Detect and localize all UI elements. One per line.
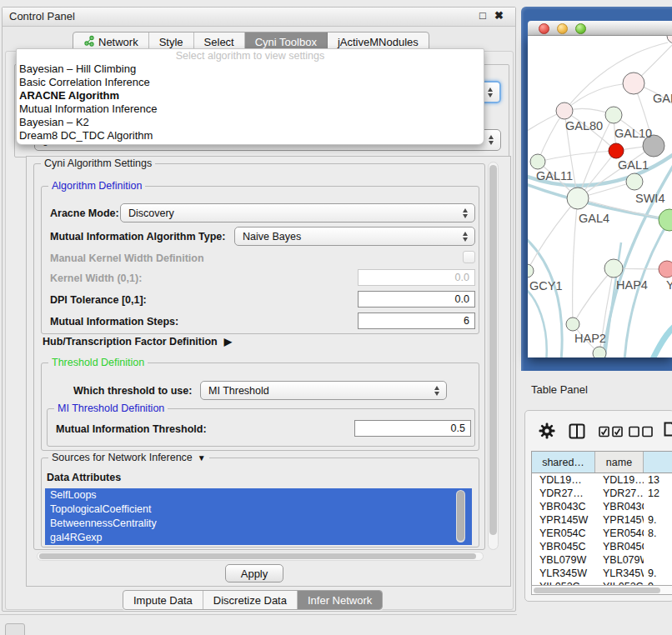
columns-icon[interactable] (569, 423, 585, 442)
list-item-gal4rgexp[interactable]: gal4RGexp (45, 531, 472, 545)
node-label-gal-partial: GAL (653, 92, 672, 105)
aracne-mode-label: Aracne Mode: (50, 208, 119, 219)
aracne-mode-combobox[interactable]: Discovery (120, 203, 475, 222)
combo-arrows-icon (488, 88, 494, 98)
dropdown-item-bayesian-hill-climbing[interactable]: Bayesian – Hill Climbing (17, 62, 484, 76)
select-all-checkboxes-icon[interactable] (599, 426, 624, 441)
table-header-row: shared… name (532, 452, 672, 473)
table-row[interactable]: YDL19… YDL19… 13 (532, 473, 672, 487)
tab-network-label: Network (98, 36, 138, 48)
scrollbar-thumb[interactable] (489, 165, 497, 535)
mi-steps-field[interactable]: 6 (358, 312, 475, 329)
node-label-gal1: GAL1 (618, 158, 649, 172)
mi-steps-label: Mutual Information Steps: (50, 316, 178, 328)
table-row[interactable]: YBR043C YBR043C (532, 500, 672, 513)
tab-impute-data[interactable]: Impute Data (123, 591, 203, 609)
which-threshold-combobox[interactable]: MI Threshold (200, 381, 447, 400)
sources-legend[interactable]: Sources for Network Inference▼ (48, 452, 209, 463)
dropdown-item-bayesian-k2[interactable]: Bayesian – K2 (17, 116, 484, 129)
settings-scroll-container: Cyni Algorithm Settings Algorithm Defini… (26, 156, 511, 587)
expand-down-icon[interactable]: ▼ (198, 453, 206, 462)
mi-threshold-field[interactable]: 0.5 (354, 420, 471, 437)
tab-infer-network[interactable]: Infer Network (298, 591, 382, 609)
manual-kernel-width-checkbox[interactable] (463, 251, 475, 263)
node-label-gal4: GAL4 (579, 212, 609, 225)
mi-algorithm-type-label: Mutual Information Algorithm Type: (50, 231, 225, 242)
settings-vertical-scrollbar[interactable] (488, 162, 499, 550)
table-row[interactable]: YPR145W YPR145W 9. (532, 513, 672, 527)
node-gal80[interactable] (556, 102, 573, 119)
node-table[interactable]: shared… name YDL19… YDL19… 13 YDR27… YDR… (531, 451, 672, 585)
dropdown-item-dream8[interactable]: Dream8 DC_TDC Algorithm (17, 129, 484, 142)
scrollbar-thumb[interactable] (39, 553, 476, 559)
network-canvas[interactable]: GAL80 GAL10 GAL1 GAL11 SWI4 GAL4 GCY1 HA… (528, 36, 672, 358)
column-header-shared-name[interactable]: shared… (532, 452, 595, 472)
scrollbar-thumb[interactable] (534, 588, 660, 593)
column-header-partial[interactable] (644, 452, 672, 472)
dropdown-item-aracne[interactable]: ARACNE Algorithm (17, 89, 484, 102)
float-window-icon[interactable]: □ (479, 9, 486, 22)
combo-arrows-icon (489, 135, 494, 145)
mi-threshold-label: Mutual Information Threshold: (56, 423, 207, 435)
combo-arrows-icon (434, 386, 440, 396)
attribute-list-scrollbar[interactable] (456, 490, 465, 542)
dpi-tolerance-field[interactable]: 0.0 (358, 291, 475, 308)
new-table-icon[interactable] (664, 422, 672, 440)
cyni-algorithm-settings-group: Cyni Algorithm Settings Algorithm Defini… (33, 163, 485, 550)
sources-group: Sources for Network Inference▼ Data Attr… (41, 458, 479, 548)
apply-button[interactable]: Apply (225, 564, 283, 582)
algorithm-dropdown-list: Select algorithm to view settings Bayesi… (16, 48, 484, 145)
node-swi4[interactable] (626, 173, 643, 190)
close-traffic-light-icon[interactable] (539, 23, 549, 34)
gear-icon[interactable] (539, 422, 555, 442)
table-row[interactable]: YBL079W YBL079W (532, 553, 672, 567)
node-bottom[interactable] (593, 347, 606, 358)
scrollbar-thumb[interactable] (457, 491, 464, 541)
table-row[interactable]: YDR27… YDR27… 12 (532, 487, 672, 500)
node-pink-right[interactable] (659, 261, 672, 278)
node-label-gal11: GAL11 (536, 169, 573, 182)
control-panel-window: Control Panel □ ✖ Network Style Select (2, 7, 516, 612)
table-row[interactable]: YER054C YER054C 8. (532, 527, 672, 540)
control-panel-title: Control Panel (9, 10, 75, 22)
node-gcy1[interactable] (528, 264, 534, 278)
node-gal11[interactable] (530, 154, 545, 169)
table-row[interactable]: YBR045C YBR045C (532, 540, 672, 553)
column-header-name[interactable]: name (595, 452, 644, 472)
dropdown-item-mutual-information[interactable]: Mutual Information Inference (17, 102, 484, 116)
node-label-gal10: GAL10 (614, 127, 652, 140)
close-window-icon[interactable]: ✖ (494, 9, 504, 22)
expand-right-icon[interactable]: ▶ (224, 336, 232, 348)
node-gal4[interactable] (567, 188, 589, 209)
dropdown-item-basic-correlation[interactable]: Basic Correlation Inference (17, 76, 484, 89)
zoom-traffic-light-icon[interactable] (575, 23, 586, 34)
minimized-panel-icon[interactable] (5, 623, 25, 635)
table-horizontal-scrollbar[interactable] (531, 585, 672, 595)
node-green-bright[interactable] (659, 209, 672, 231)
kernel-width-field[interactable]: 0.0 (358, 269, 475, 286)
tab-discretize-data[interactable]: Discretize Data (203, 591, 298, 609)
node-gal1-red[interactable] (609, 143, 624, 158)
node-hap2[interactable] (566, 318, 579, 331)
table-row[interactable]: YLR345W YLR345W 9. (532, 567, 672, 580)
network-window-titlebar[interactable] (528, 21, 672, 36)
hub-transcription-factor-section[interactable]: Hub/Transcription Factor Definition▶ (43, 336, 232, 348)
settings-horizontal-scrollbar[interactable] (37, 552, 484, 561)
minimize-traffic-light-icon[interactable] (557, 23, 568, 34)
list-item-betweennesscentrality[interactable]: BetweennessCentrality (45, 517, 472, 531)
node-gal10[interactable] (605, 107, 622, 123)
list-item-topologicalcoefficient[interactable]: TopologicalCoefficient (45, 502, 472, 517)
list-item-selfloops[interactable]: SelfLoops (45, 488, 472, 502)
combo-arrows-icon (463, 208, 469, 218)
network-view-window: GAL80 GAL10 GAL1 GAL11 SWI4 GAL4 GCY1 HA… (521, 7, 672, 371)
mi-algorithm-type-combobox[interactable]: Naive Bayes (234, 227, 475, 246)
node-label-y-partial: Y (666, 278, 672, 292)
node-hap4[interactable] (604, 259, 623, 278)
table-panel: shared… name YDL19… YDL19… 13 YDR27… YDR… (524, 410, 672, 602)
node-gal-partial[interactable] (623, 72, 644, 94)
control-panel-titlebar[interactable]: Control Panel □ ✖ (3, 8, 515, 27)
node-label-gal80: GAL80 (565, 119, 603, 132)
deselect-all-checkboxes-icon[interactable] (629, 426, 654, 441)
cyni-settings-legend: Cyni Algorithm Settings (41, 158, 155, 169)
dropdown-prompt: Select algorithm to view settings (17, 50, 484, 62)
